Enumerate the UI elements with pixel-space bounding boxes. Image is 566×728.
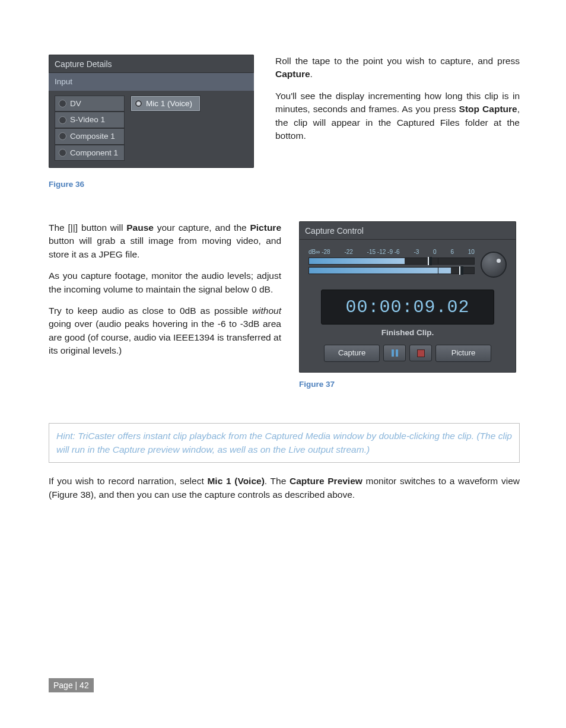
- paragraph: Try to keep audio as close to 0dB as pos…: [49, 304, 281, 358]
- timecode-display: 00:00:09.02: [321, 290, 494, 325]
- stop-icon: [417, 349, 425, 357]
- volume-knob[interactable]: [481, 252, 507, 278]
- db-scale-ticks: dB∞ -28 -22 -15 -12 -9 -6 -3 0 6 10: [309, 248, 475, 257]
- input-option-mic1[interactable]: Mic 1 (Voice): [131, 96, 201, 112]
- audio-meters: [309, 257, 475, 274]
- radio-icon: [135, 100, 142, 107]
- input-section-label: Input: [49, 73, 254, 91]
- capture-control-panel: Capture Control dB∞ -28 -22 -15 -12 -9 -…: [299, 221, 516, 373]
- picture-button[interactable]: Picture: [435, 345, 491, 362]
- radio-icon: [59, 100, 66, 107]
- input-option-component1[interactable]: Component 1: [55, 145, 125, 161]
- page-number: Page | 42: [49, 678, 94, 692]
- capture-status: Finished Clip.: [299, 327, 516, 339]
- radio-icon: [59, 149, 66, 157]
- paragraph: You'll see the display incrementing how …: [275, 90, 520, 143]
- capture-details-panel: Capture Details Input DV S-Video 1 Compo…: [49, 55, 254, 168]
- panel-title: Capture Details: [49, 55, 254, 73]
- paragraph: The [||] button will Pause your capture,…: [49, 221, 281, 261]
- input-option-composite1[interactable]: Composite 1: [55, 128, 125, 145]
- pause-icon: [392, 349, 398, 357]
- panel-title: Capture Control: [299, 221, 516, 240]
- input-option-dv[interactable]: DV: [55, 96, 125, 112]
- paragraph: If you wish to record narration, select …: [49, 475, 520, 501]
- hint-box: Hint: TriCaster offers instant clip play…: [49, 423, 520, 463]
- stop-button[interactable]: [409, 345, 432, 361]
- figure-36-label: Figure 36: [49, 179, 254, 190]
- capture-button[interactable]: Capture: [324, 345, 380, 362]
- paragraph: As you capture footage, monitor the audi…: [49, 269, 281, 296]
- input-option-svideo1[interactable]: S-Video 1: [55, 112, 125, 128]
- radio-icon: [59, 132, 66, 140]
- figure-37-label: Figure 37: [299, 379, 520, 390]
- paragraph: Roll the tape to the point you wish to c…: [275, 55, 520, 81]
- radio-icon: [59, 116, 66, 124]
- pause-button[interactable]: [383, 345, 406, 361]
